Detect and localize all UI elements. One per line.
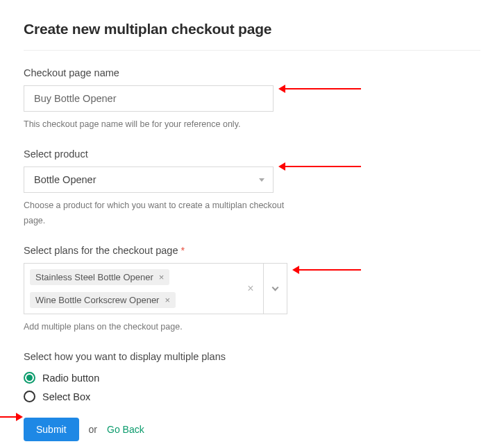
tag-label: Wine Bottle Corkscrew Opener <box>35 295 159 305</box>
radio-option-select-box[interactable]: Select Box <box>24 391 480 402</box>
plans-tags: Stainless Steel Bottle Opener × Wine Bot… <box>24 264 238 314</box>
tag-label: Stainless Steel Bottle Opener <box>35 272 153 282</box>
annotation-arrow <box>0 416 17 418</box>
required-mark: * <box>181 245 185 256</box>
expand-dropdown[interactable] <box>263 264 287 314</box>
product-label: Select product <box>24 148 480 160</box>
submit-button[interactable]: Submit <box>24 418 79 441</box>
display-group: Select how you want to display multiple … <box>24 351 480 402</box>
checkout-name-help: This checkout page name will be for your… <box>24 117 480 132</box>
display-label: Select how you want to display multiple … <box>24 351 480 362</box>
product-group: Select product Bottle Opener Choose a pr… <box>24 148 480 228</box>
or-text: or <box>89 424 97 435</box>
annotation-arrow <box>299 269 361 271</box>
tag-item: Wine Bottle Corkscrew Opener × <box>30 292 176 308</box>
plans-group: Select plans for the checkout page * Sta… <box>24 245 480 334</box>
close-icon[interactable]: × <box>165 296 170 305</box>
product-help: Choose a product for which you want to c… <box>24 198 301 228</box>
action-row: Submit or Go Back <box>24 418 480 441</box>
annotation-arrow <box>285 166 361 167</box>
radio-label: Select Box <box>42 391 90 402</box>
radio-icon <box>24 372 35 384</box>
chevron-down-icon <box>259 178 264 182</box>
go-back-link[interactable]: Go Back <box>107 424 144 435</box>
radio-option-radio-button[interactable]: Radio button <box>24 372 480 384</box>
tag-item: Stainless Steel Bottle Opener × <box>30 269 169 285</box>
checkout-name-group: Checkout page name This checkout page na… <box>24 67 480 132</box>
chevron-down-icon <box>272 284 279 291</box>
annotation-arrow <box>285 88 361 89</box>
radio-label: Radio button <box>42 373 99 384</box>
checkout-name-input[interactable] <box>24 85 274 112</box>
clear-all-icon[interactable]: × <box>238 264 263 314</box>
close-icon[interactable]: × <box>159 273 165 282</box>
plans-help: Add multiple plans on the checkout page. <box>24 320 480 334</box>
radio-icon <box>24 391 35 402</box>
plans-label: Select plans for the checkout page * <box>24 245 480 256</box>
checkout-name-label: Checkout page name <box>24 67 480 78</box>
page-title: Create new multiplan checkout page <box>24 21 480 51</box>
product-selected-value: Bottle Opener <box>34 174 96 185</box>
plans-multiselect[interactable]: Stainless Steel Bottle Opener × Wine Bot… <box>24 263 287 314</box>
product-select[interactable]: Bottle Opener <box>24 166 274 193</box>
